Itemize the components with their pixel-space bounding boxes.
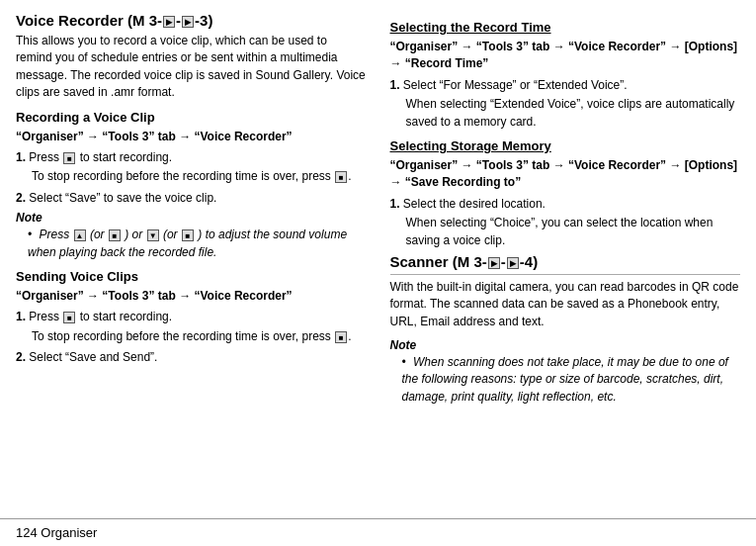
step4-number: 2. <box>16 350 26 364</box>
note1-bullet: • <box>28 228 32 241</box>
scanner-title-suffix: -4) <box>520 253 538 270</box>
recording-nav-path: “Organiser” → “Tools 3” tab → “Voice Rec… <box>16 129 367 145</box>
icon-record-btn-1: ■ <box>63 152 75 164</box>
step1: 1. Press ■ to start recording. <box>16 149 367 166</box>
record-time-nav: “Organiser” → “Tools 3” tab → “Voice Rec… <box>390 39 741 73</box>
icon-vol-up: ▲ <box>74 229 86 241</box>
step3: 1. Press ■ to start recording. <box>16 309 367 325</box>
icon-stop-btn-2: ■ <box>335 331 347 343</box>
content-area: Voice Recorder (M 3-▶-▶-3) This allows y… <box>0 0 756 518</box>
step1-number: 1. <box>16 150 26 164</box>
sending-nav-path: “Organiser” → “Tools 3” tab → “Voice Rec… <box>16 288 367 305</box>
step2-text: Select “Save” to save the voice clip. <box>29 191 216 205</box>
step3-indent-suffix: . <box>348 329 351 343</box>
step6-indent: When selecting “Choice”, you can select … <box>406 215 741 249</box>
step1-indent: To stop recording before the recording t… <box>32 168 367 185</box>
scanner-dash: - <box>501 253 506 270</box>
step6-text: Select the desired location. <box>403 197 546 211</box>
scanner-note-label: Note <box>390 338 741 352</box>
step5-text: Select “For Message” or “Extended Voice”… <box>403 78 628 92</box>
main-title-dash1: - <box>176 12 181 29</box>
step6-number: 1. <box>390 197 400 211</box>
step3-press: Press <box>29 310 59 323</box>
note1-label: Note <box>16 211 367 225</box>
scanner-description: With the built-in digital camera, you ca… <box>390 279 741 330</box>
right-column: Selecting the Record Time “Organiser” → … <box>390 12 741 510</box>
page-container: Voice Recorder (M 3-▶-▶-3) This allows y… <box>0 0 756 546</box>
sending-voice-clips-heading: Sending Voice Clips <box>16 269 367 284</box>
step2: 2. Select “Save” to save the voice clip. <box>16 190 367 207</box>
step4-text: Select “Save and Send”. <box>29 350 157 364</box>
icon-vol-down-2: ■ <box>182 229 194 241</box>
voice-recorder-description: This allows you to record a voice clip, … <box>16 33 367 102</box>
note1-item: • Press ▲ (or ■ ) or ▼ (or ■ ) to adjust… <box>28 227 367 261</box>
scanner-title-text: Scanner (M 3- <box>390 253 487 270</box>
step2-number: 2. <box>16 191 26 205</box>
step1-indent-text: To stop recording before the recording t… <box>32 169 331 183</box>
scanner-icon-2: ▶ <box>507 257 519 269</box>
icon-nav-1: ▶ <box>163 16 175 28</box>
scanner-title: Scanner (M 3-▶-▶-4) <box>390 253 741 275</box>
storage-memory-heading: Selecting Storage Memory <box>390 138 741 153</box>
main-title: Voice Recorder (M 3-▶-▶-3) <box>16 12 367 29</box>
step1-press: Press <box>29 150 59 164</box>
step6: 1. Select the desired location. <box>390 196 741 213</box>
note1-press: Press <box>40 228 70 241</box>
step3-indent-text: To stop recording before the recording t… <box>32 329 331 343</box>
recording-voice-clip-heading: Recording a Voice Clip <box>16 110 367 125</box>
scanner-note-text: When scanning does not take place, it ma… <box>402 355 728 404</box>
step1-indent-suffix: . <box>348 169 351 183</box>
step4: 2. Select “Save and Send”. <box>16 349 367 366</box>
scanner-icon-1: ▶ <box>488 257 500 269</box>
step5: 1. Select “For Message” or “Extended Voi… <box>390 77 741 94</box>
record-time-heading: Selecting the Record Time <box>390 20 741 35</box>
step3-indent: To stop recording before the recording t… <box>32 328 367 345</box>
icon-vol-down: ▼ <box>147 229 159 241</box>
scanner-note-bullet: • <box>402 355 406 369</box>
left-column: Voice Recorder (M 3-▶-▶-3) This allows y… <box>16 12 367 510</box>
footer-section: Organiser <box>41 525 97 540</box>
step3-number: 1. <box>16 310 26 323</box>
note1-or2: ) or <box>125 228 145 241</box>
storage-memory-nav: “Organiser” → “Tools 3” tab → “Voice Rec… <box>390 157 741 192</box>
step5-indent: When selecting “Extended Voice”, voice c… <box>406 96 741 131</box>
note1-or1: (or <box>90 228 108 241</box>
scanner-note-item: • When scanning does not take place, it … <box>402 354 741 406</box>
main-title-suffix: -3) <box>195 12 212 29</box>
page-footer: 124 Organiser <box>0 518 756 546</box>
footer-page-number: 124 <box>16 525 38 540</box>
note1-or3: (or <box>163 228 181 241</box>
icon-stop-btn-1: ■ <box>335 171 347 183</box>
step3-suffix: to start recording. <box>80 310 172 323</box>
icon-vol-up-2: ■ <box>109 229 121 241</box>
icon-nav-2: ▶ <box>182 16 194 28</box>
step1-suffix: to start recording. <box>80 150 172 164</box>
icon-record-btn-2: ■ <box>63 312 75 323</box>
main-title-text: Voice Recorder (M 3- <box>16 12 162 29</box>
step5-number: 1. <box>390 78 400 92</box>
